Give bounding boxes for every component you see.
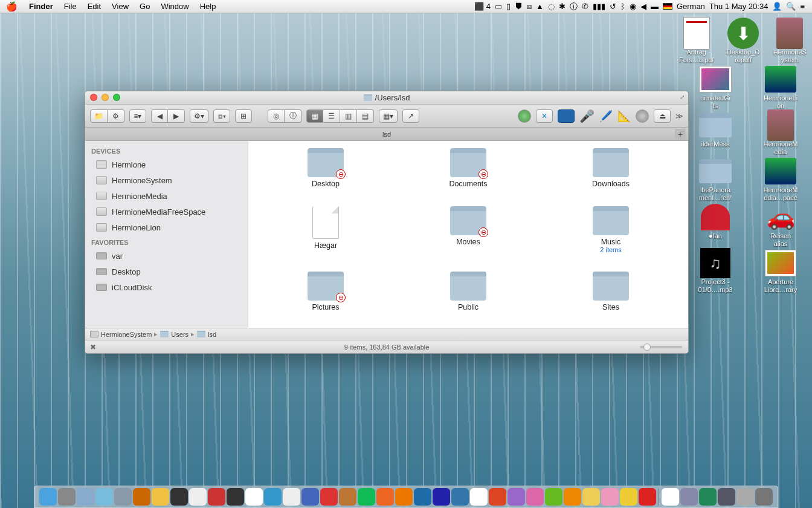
sync-icon[interactable]: ✱ xyxy=(559,2,566,11)
folder-item[interactable]: Hægar xyxy=(286,206,365,253)
eject-icon[interactable]: ▲ xyxy=(536,2,544,11)
dock-item[interactable] xyxy=(358,488,375,506)
dock-item[interactable] xyxy=(376,488,394,506)
action-button[interactable]: ⚙▾ xyxy=(190,109,208,123)
dock-item[interactable] xyxy=(245,488,263,506)
list-view-button[interactable]: ☰ xyxy=(323,109,340,123)
sidebar-item[interactable]: Desktop xyxy=(85,264,248,279)
dock-item[interactable] xyxy=(77,488,94,506)
dropbox-button[interactable]: ⧈▾ xyxy=(213,109,230,123)
dock-item[interactable] xyxy=(114,488,132,506)
shield-icon[interactable]: ⛊ xyxy=(515,2,523,11)
tool-icon-1[interactable] xyxy=(518,109,531,123)
dock-item[interactable] xyxy=(680,488,698,506)
privacy-button[interactable]: ◎ xyxy=(268,109,285,123)
spotlight-icon[interactable]: 🔍 xyxy=(786,2,796,11)
desktop-item[interactable]: HermioneLion xyxy=(752,64,810,110)
action-icon[interactable]: ✖︎ xyxy=(90,343,96,351)
path-button[interactable]: ≡▾ xyxy=(129,109,146,123)
coverflow-view-button[interactable]: ▤ xyxy=(357,109,374,123)
zoom-slider[interactable] xyxy=(640,346,682,348)
notifications-icon[interactable]: ≡ xyxy=(800,2,805,11)
desktop-item[interactable]: ♫Project3 -01/0….mp3 xyxy=(686,248,744,294)
dock-item[interactable] xyxy=(264,488,282,506)
folder-item[interactable]: Pictures xyxy=(286,272,365,311)
info-icon[interactable]: ⓘ xyxy=(570,1,578,12)
dock-item[interactable] xyxy=(489,488,506,506)
folder-item[interactable]: Movies xyxy=(429,206,507,253)
add-tab-button[interactable]: + xyxy=(675,129,686,140)
forward-button[interactable]: ▶ xyxy=(168,109,185,123)
folder-item[interactable]: Documents xyxy=(429,148,507,188)
share-button[interactable]: ↗ xyxy=(402,109,419,123)
icon-view-button[interactable]: ▦ xyxy=(306,109,323,123)
folder-item[interactable]: Public xyxy=(429,272,507,311)
sidebar-item[interactable]: iCLoudDisk xyxy=(85,279,248,295)
dock-item[interactable] xyxy=(227,488,244,506)
desktop-item[interactable]: ApertureLibra…rary xyxy=(752,248,810,294)
zoom-button[interactable] xyxy=(113,94,120,101)
tab-label[interactable]: lsd xyxy=(382,131,391,138)
desktop-item[interactable]: 🚗Reisenalias xyxy=(752,202,810,248)
dock-item[interactable] xyxy=(718,488,735,506)
wifi-icon[interactable]: ◉ xyxy=(630,2,636,11)
device-icon[interactable]: ▯ xyxy=(506,2,511,11)
desktop-item[interactable]: ⬇Desktop_Dropoff xyxy=(723,18,762,64)
dock-item[interactable] xyxy=(433,488,450,506)
desktop-item[interactable]: nimatedGifs xyxy=(686,64,744,110)
sidebar-item[interactable]: HermioneMediaFreeSpace xyxy=(85,204,248,220)
clock[interactable]: Thu 1 May 20:34 xyxy=(709,2,768,11)
menu-file[interactable]: File xyxy=(59,2,82,11)
dock-item[interactable] xyxy=(95,488,113,506)
desktop-item[interactable]: HermioneMedia…pace xyxy=(752,156,810,202)
desktop-item[interactable]: lbePanoramenI…ren! xyxy=(686,156,744,202)
sidebar-item[interactable]: var xyxy=(85,248,248,264)
adobe-icon[interactable]: ⬛ 4 xyxy=(474,2,491,11)
dock-item[interactable] xyxy=(545,488,562,506)
dock-item[interactable] xyxy=(58,488,76,506)
menu-edit[interactable]: Edit xyxy=(82,2,106,11)
dropbox-icon[interactable]: ⧈ xyxy=(527,2,532,11)
dock-item[interactable] xyxy=(339,488,356,506)
dock-item[interactable] xyxy=(395,488,413,506)
volume-icon[interactable]: ◀ xyxy=(640,2,646,11)
menu-view[interactable]: View xyxy=(106,2,134,11)
dock-item[interactable] xyxy=(189,488,207,506)
app-menu[interactable]: Finder xyxy=(24,2,59,11)
minimize-button[interactable] xyxy=(102,94,109,101)
folder-item[interactable]: Music2 items xyxy=(572,206,650,253)
desktop-item[interactable]: AntragFors…b.pdf xyxy=(677,18,716,64)
dock-item[interactable] xyxy=(451,488,469,506)
titlebar[interactable]: /Users/lsd ⤢ xyxy=(85,91,688,105)
dock-item[interactable] xyxy=(507,488,525,506)
dock-item[interactable] xyxy=(133,488,150,506)
dock-item[interactable] xyxy=(152,488,169,506)
dock-item[interactable] xyxy=(39,488,57,506)
path-segment[interactable]: HermioneSystem xyxy=(90,331,152,338)
user-icon[interactable]: 👤 xyxy=(772,2,782,11)
tool-apps[interactable]: 📐 xyxy=(617,109,631,123)
close-button[interactable] xyxy=(90,94,97,101)
folder-item[interactable]: Desktop xyxy=(286,148,365,188)
connect-button[interactable]: ⊞ xyxy=(235,109,252,123)
column-view-button[interactable]: ▥ xyxy=(340,109,357,123)
desktop-item[interactable]: HermioneSystem xyxy=(770,18,810,64)
battery2-icon[interactable]: ▬ xyxy=(651,2,659,11)
tool-mic[interactable]: 🎤 xyxy=(579,109,594,123)
display-icon[interactable]: ▭ xyxy=(495,2,502,11)
tool-wand[interactable]: 🖊️ xyxy=(599,109,613,123)
dock-item[interactable] xyxy=(699,488,717,506)
menu-window[interactable]: Window xyxy=(155,2,194,11)
dock-item[interactable] xyxy=(755,488,773,506)
dock-item[interactable] xyxy=(283,488,300,506)
tool-eject[interactable]: ⏏ xyxy=(654,109,671,123)
dock-item[interactable] xyxy=(170,488,188,506)
info-button[interactable]: ⓘ xyxy=(285,109,301,123)
dock-item[interactable] xyxy=(301,488,319,506)
dock-item[interactable] xyxy=(526,488,544,506)
chat-icon[interactable]: ◌ xyxy=(548,2,555,11)
input-flag-icon[interactable] xyxy=(663,3,672,10)
path-segment[interactable]: lsd xyxy=(197,331,216,338)
desktop-item[interactable]: ●fan xyxy=(686,202,744,248)
sidebar-item[interactable]: HermioneMedia xyxy=(85,188,248,204)
